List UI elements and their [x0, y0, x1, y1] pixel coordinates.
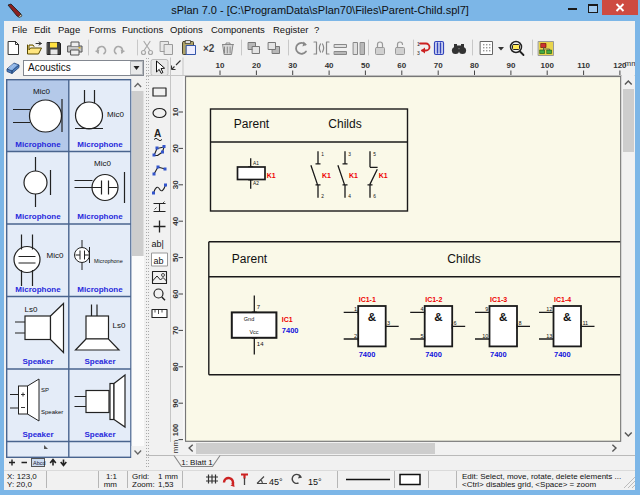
- svg-text:7400: 7400: [359, 350, 376, 359]
- svg-text:7400: 7400: [282, 326, 299, 335]
- svg-text:A: A: [154, 128, 161, 139]
- svg-text:Microphone: Microphone: [77, 212, 123, 221]
- svg-text:&: &: [499, 311, 507, 323]
- svg-text:K1: K1: [349, 172, 358, 179]
- svg-text:20: 20: [252, 61, 261, 70]
- svg-text:50: 50: [171, 253, 180, 262]
- svg-text:&: &: [368, 311, 376, 323]
- svg-text:12: 12: [546, 306, 552, 312]
- svg-text:Speaker: Speaker: [22, 357, 53, 366]
- svg-text:Microphone: Microphone: [77, 140, 123, 149]
- svg-text:IC1-4: IC1-4: [554, 296, 571, 303]
- svg-text:K1: K1: [322, 172, 331, 179]
- svg-text:&: &: [434, 311, 442, 323]
- svg-text:10: 10: [216, 61, 225, 70]
- svg-text:70: 70: [434, 61, 443, 70]
- svg-text:40: 40: [171, 216, 180, 225]
- svg-text:Speaker: Speaker: [84, 430, 115, 439]
- svg-text:90: 90: [171, 398, 180, 407]
- svg-text:5: 5: [373, 152, 376, 157]
- svg-text:Speaker: Speaker: [41, 409, 63, 415]
- svg-text:13: 13: [546, 333, 552, 339]
- svg-text:4: 4: [420, 306, 423, 312]
- svg-text:9: 9: [485, 306, 488, 312]
- svg-text:SP: SP: [41, 387, 49, 393]
- svg-text:K1: K1: [379, 172, 388, 179]
- svg-text:60: 60: [397, 61, 406, 70]
- svg-text:Parent: Parent: [232, 252, 268, 266]
- svg-text:7400: 7400: [490, 350, 507, 359]
- svg-text:70: 70: [171, 325, 180, 334]
- svg-text:ab: ab: [154, 256, 164, 266]
- svg-text:IC1-2: IC1-2: [425, 296, 442, 303]
- svg-text:2: 2: [354, 333, 357, 339]
- svg-text:90: 90: [506, 61, 515, 70]
- svg-text:14: 14: [257, 341, 264, 347]
- svg-text:×2: ×2: [203, 43, 215, 54]
- svg-text:Mic0: Mic0: [47, 251, 64, 260]
- svg-text:Speaker: Speaker: [84, 357, 115, 366]
- svg-text:Mic0: Mic0: [33, 87, 50, 96]
- svg-text:Y: 20,0: Y: 20,0: [7, 480, 32, 489]
- svg-text:mm: mm: [171, 440, 180, 454]
- svg-text:6: 6: [454, 320, 457, 326]
- svg-text:K1: K1: [267, 172, 276, 179]
- svg-text:45°: 45°: [269, 477, 283, 487]
- svg-text:Ls0: Ls0: [25, 305, 38, 314]
- svg-text:1: Blatt 1: 1: Blatt 1: [181, 458, 213, 467]
- svg-text:Gnd: Gnd: [244, 316, 254, 322]
- svg-text:A2: A2: [253, 181, 259, 186]
- svg-text:40: 40: [325, 61, 334, 70]
- svg-text:&: &: [563, 311, 571, 323]
- svg-text:1: 1: [417, 41, 420, 47]
- svg-text:11: 11: [582, 320, 588, 326]
- svg-text:Microphone: Microphone: [15, 140, 61, 149]
- svg-text:IC1-1: IC1-1: [359, 296, 376, 303]
- svg-text:Mic0: Mic0: [107, 110, 124, 119]
- svg-text:3: 3: [417, 50, 420, 56]
- svg-text:mm: mm: [104, 480, 118, 489]
- svg-text:1: 1: [354, 306, 357, 312]
- svg-text:Microphone: Microphone: [15, 285, 61, 294]
- svg-text:Microphone: Microphone: [94, 258, 123, 264]
- svg-text:A1: A1: [253, 161, 259, 166]
- svg-text:Mic0: Mic0: [94, 159, 111, 168]
- svg-text:Speaker: Speaker: [22, 430, 53, 439]
- svg-text:2: 2: [321, 194, 324, 199]
- svg-text:10: 10: [482, 333, 488, 339]
- svg-text:20: 20: [171, 143, 180, 152]
- svg-text:Zoom:: Zoom:: [132, 480, 155, 489]
- svg-text:IC1: IC1: [282, 316, 293, 323]
- svg-text:Microphone: Microphone: [77, 285, 123, 294]
- svg-text:5: 5: [420, 333, 423, 339]
- svg-text:50: 50: [361, 61, 370, 70]
- svg-text:Vcc: Vcc: [249, 329, 258, 335]
- svg-text:6: 6: [373, 194, 376, 199]
- svg-text:Microphone: Microphone: [15, 212, 61, 221]
- svg-text:1,53: 1,53: [158, 480, 174, 489]
- svg-text:7400: 7400: [425, 350, 442, 359]
- svg-text:Abcd: Abcd: [33, 460, 46, 466]
- svg-text:Childs: Childs: [328, 117, 361, 131]
- svg-text:1: 1: [321, 152, 324, 157]
- svg-text:7400: 7400: [554, 350, 571, 359]
- svg-text:Ls0: Ls0: [113, 321, 126, 330]
- svg-text:60: 60: [171, 289, 180, 298]
- svg-text:Acoustics: Acoustics: [28, 62, 71, 73]
- svg-text:3: 3: [387, 320, 390, 326]
- svg-text:8: 8: [518, 320, 521, 326]
- svg-text:100: 100: [171, 424, 180, 437]
- svg-text:110: 110: [577, 61, 590, 70]
- svg-text:80: 80: [171, 362, 180, 371]
- svg-text:Parent: Parent: [234, 117, 270, 131]
- svg-text:4: 4: [348, 194, 351, 199]
- svg-text:15°: 15°: [308, 477, 322, 487]
- svg-text:<Ctrl> disables grid, <Space>: <Ctrl> disables grid, <Space> = zoom: [462, 480, 596, 489]
- svg-text:100: 100: [541, 61, 555, 70]
- svg-text:80: 80: [470, 61, 479, 70]
- svg-text:IC1-3: IC1-3: [490, 296, 507, 303]
- svg-text:Childs: Childs: [447, 252, 480, 266]
- svg-text:30: 30: [288, 61, 297, 70]
- svg-text:10: 10: [171, 107, 180, 116]
- svg-text:3: 3: [348, 152, 351, 157]
